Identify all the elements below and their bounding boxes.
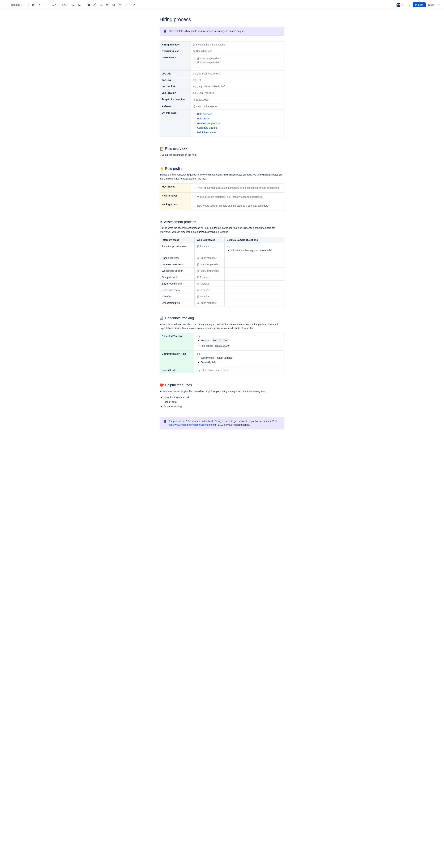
table-cell[interactable]: @ Recruiter (195, 243, 225, 255)
document-content[interactable]: Hiring process This template is brought … (156, 10, 288, 449)
section-heading[interactable]: 👌Role profile (160, 166, 284, 170)
table-button[interactable] (117, 2, 123, 8)
list-item[interactable]: Systems training (164, 404, 284, 408)
track-value[interactable]: e.g., Weekly email / Slack updatesBi-wee… (195, 351, 284, 367)
body-text[interactable]: Give a brief description of the role. (160, 153, 284, 157)
list-item[interactable]: LinkedIn insights report (164, 395, 284, 399)
table-cell[interactable]: In-person interviews (160, 261, 195, 268)
table-cell[interactable]: @ Recruiter (195, 274, 225, 281)
table-cell[interactable]: @ Hiring manager (195, 255, 225, 261)
section-heading[interactable]: 🔬Candidate tracking (160, 316, 284, 320)
table-cell[interactable]: @ Recruiter (195, 293, 225, 300)
table-cell[interactable]: Job offer (160, 293, 195, 300)
meta-value[interactable]: @ mention the referrer (191, 103, 284, 110)
table-cell[interactable] (225, 261, 284, 268)
table-cell[interactable]: Onboarding plan (160, 300, 195, 306)
meta-value[interactable]: Role overviewRole profileAssessment proc… (191, 110, 284, 137)
meta-label: Job rec link (160, 83, 191, 90)
bullet-list-button[interactable] (70, 2, 76, 8)
track-value[interactable]: e.g., https://www.indeed.jobs/ (195, 367, 284, 373)
body-text[interactable]: Include any resources you think would be… (160, 390, 284, 393)
section-heading[interactable]: 🛠Assessment process (160, 220, 284, 224)
alignment-button[interactable] (52, 2, 58, 8)
meta-value[interactable]: e.g., Sr. Business Analyst (191, 70, 284, 77)
publish-button[interactable]: Publish (413, 2, 425, 7)
action-item-button[interactable] (86, 2, 92, 8)
more-actions-button[interactable] (437, 2, 441, 7)
page-title[interactable]: Hiring process (160, 17, 284, 22)
mention-button[interactable] (105, 2, 110, 8)
date-lozenge[interactable]: Feb 12, 2020 (193, 98, 209, 101)
profile-value[interactable]: Which skills are preferred? e.g., indust… (191, 192, 284, 201)
track-value[interactable]: e.g., Sourcing: Jan 15, 2020 First round… (195, 333, 284, 351)
table-cell[interactable]: @ Recruiter (195, 287, 225, 293)
profile-value[interactable]: Think about which skills are mandatory o… (191, 184, 284, 192)
bold-button[interactable] (30, 2, 36, 8)
image-button[interactable] (98, 2, 104, 8)
toc-link[interactable]: Role overview (197, 113, 212, 116)
table-cell[interactable]: e.g., Why are you leaving your current r… (225, 243, 284, 255)
table-row: Group debrief@ Recruiter (160, 274, 284, 281)
numbered-list-button[interactable]: 123 (77, 2, 82, 8)
table-cell[interactable]: Reference check (160, 287, 195, 293)
italic-button[interactable] (37, 2, 42, 8)
more-formatting-button[interactable] (43, 2, 48, 8)
meta-value[interactable]: @ mention the hiring manager (191, 41, 284, 48)
table-cell[interactable]: @ Interview panelist (195, 261, 225, 268)
svg-point-5 (72, 4, 72, 5)
table-cell[interactable]: @ Interview panelist (195, 268, 225, 274)
toc-link[interactable]: Helpful resources (197, 131, 216, 134)
close-button[interactable]: Close (426, 2, 436, 7)
svg-rect-28 (164, 421, 166, 421)
meta-value[interactable]: Feb 12, 2020 (191, 96, 284, 103)
table-cell[interactable] (225, 281, 284, 287)
section-heading[interactable]: 📋Role overview (160, 147, 284, 151)
text-style-dropdown[interactable]: Heading 2 (10, 3, 27, 7)
section-heading[interactable]: ❤️Helpful resources (160, 383, 284, 387)
body-text[interactable]: Include links to locations where the hir… (160, 322, 284, 330)
body-text[interactable]: Include the key attributes required for … (160, 173, 284, 181)
date-lozenge[interactable]: Jan 15, 2020 (212, 338, 228, 343)
table-cell[interactable]: Whiteboard session (160, 268, 195, 274)
list-item[interactable]: Market data (164, 400, 284, 404)
info-panel: Template all set? Pat yourself on the ba… (160, 416, 284, 430)
invite-button[interactable]: + (400, 2, 405, 7)
link-button[interactable] (92, 2, 98, 8)
table-cell[interactable]: Background check (160, 281, 195, 287)
table-cell[interactable] (225, 268, 284, 274)
insert-button[interactable] (130, 2, 135, 8)
indeed-partner-link[interactable]: http://www.indeed.com/partner/confluence (169, 424, 214, 426)
table-cell[interactable] (225, 255, 284, 261)
toc-link[interactable]: Candidate tracking (197, 126, 217, 129)
toc-link[interactable]: Assessment process (197, 122, 219, 125)
table-cell[interactable] (225, 293, 284, 300)
resources-list[interactable]: LinkedIn insights reportMarket dataSyste… (160, 395, 284, 408)
table-cell[interactable]: @ Recruiter (195, 281, 225, 287)
date-lozenge[interactable]: Jan 29, 2020 (214, 344, 230, 348)
chevron-down-icon (23, 4, 25, 6)
table-cell[interactable] (225, 274, 284, 281)
find-replace-button[interactable] (407, 2, 412, 8)
checkbox[interactable] (193, 61, 196, 64)
meta-value[interactable]: e.g., https://www.indeed.jobs/ (191, 83, 284, 90)
checkbox[interactable] (193, 57, 196, 60)
table-cell[interactable] (225, 300, 284, 306)
profile-value[interactable]: How would you sell this role and this te… (191, 201, 284, 210)
meta-value[interactable]: @ Recruiting lead (191, 48, 284, 54)
table-cell[interactable]: Group debrief (160, 274, 195, 281)
table-cell[interactable]: @ Hiring manager (195, 300, 225, 306)
toc-link[interactable]: Role profile (197, 117, 209, 120)
checkbox[interactable] (193, 65, 196, 67)
emoji-button[interactable] (111, 2, 116, 8)
layouts-button[interactable] (123, 2, 129, 8)
table-cell[interactable]: Phone interview (160, 255, 195, 261)
body-text[interactable]: Outline what the assessment process will… (160, 226, 284, 234)
meta-value[interactable]: @ Interview panelist 1@ Interview paneli… (191, 54, 284, 70)
meta-label: Job title (160, 70, 191, 77)
text-color-button[interactable] (61, 2, 67, 8)
table-cell[interactable] (225, 287, 284, 293)
table-cell[interactable]: Recruiter phone screen (160, 243, 195, 255)
meta-value[interactable]: e.g., San Francisco (191, 90, 284, 96)
meta-label: Target hire deadline (160, 96, 191, 103)
meta-value[interactable]: e.g., P6 (191, 77, 284, 83)
